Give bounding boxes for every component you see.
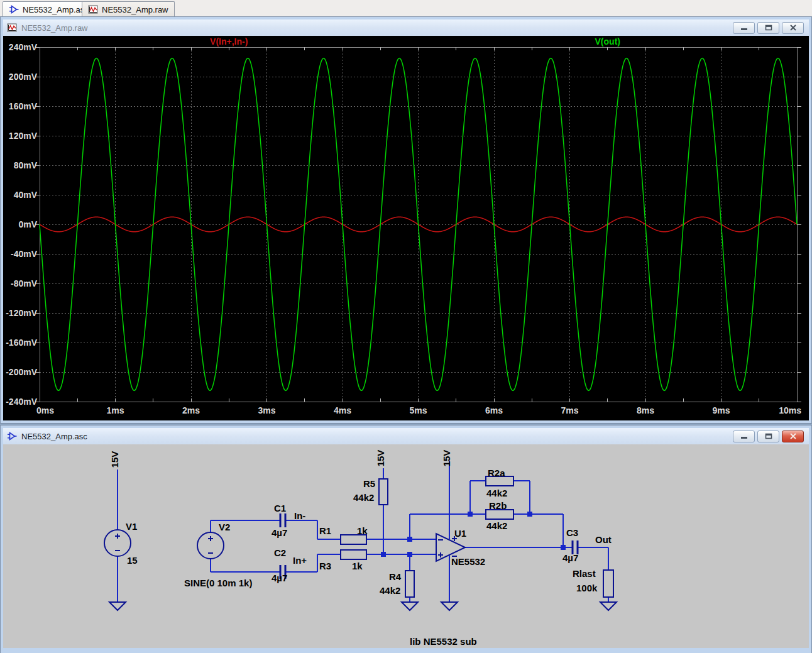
r4-resistor[interactable]	[405, 571, 414, 597]
restore-icon	[765, 25, 772, 31]
r5-resistor[interactable]	[379, 479, 388, 505]
r2a-resistor[interactable]	[486, 476, 513, 486]
schematic-canvas[interactable]	[3, 444, 809, 648]
c2-capacitor[interactable]	[280, 565, 285, 579]
tab-ne5532-amp-raw[interactable]: NE5532_Amp.raw	[82, 1, 175, 17]
waveform-viewer-window: NE5532_Amp.raw 240mV200mV160mV120mV80mV4…	[1, 17, 811, 423]
junction-dots	[381, 512, 566, 557]
schematic-editor-window: NE5532_Amp.asc	[1, 425, 811, 653]
waveform-plot[interactable]	[3, 36, 809, 420]
minimize-icon	[740, 25, 748, 31]
r3-resistor[interactable]	[341, 550, 366, 559]
close-icon	[789, 433, 797, 439]
minimize-button[interactable]	[733, 22, 755, 34]
waveform-window-titlebar[interactable]: NE5532_Amp.raw	[3, 19, 809, 36]
minimize-button[interactable]	[733, 431, 755, 442]
ground-symbols	[109, 602, 617, 610]
restore-icon	[765, 433, 772, 439]
schematic-window-titlebar[interactable]: NE5532_Amp.asc	[3, 428, 809, 444]
restore-button[interactable]	[757, 22, 779, 34]
c1-capacitor[interactable]	[280, 513, 285, 527]
u1-opamp[interactable]	[436, 534, 465, 561]
window-controls	[733, 22, 806, 34]
v2-voltage-source[interactable]	[197, 532, 224, 559]
c3-capacitor[interactable]	[573, 541, 578, 554]
close-button[interactable]	[782, 431, 804, 442]
window-controls	[733, 431, 806, 442]
window-title: NE5532_Amp.raw	[21, 23, 88, 33]
waveform-plot-area[interactable]: 240mV200mV160mV120mV80mV40mV0mV-40mV-80m…	[3, 36, 809, 420]
waveform-doc-icon	[6, 23, 18, 33]
close-icon	[789, 25, 797, 31]
minimize-icon	[740, 433, 748, 439]
waveform-doc-icon	[88, 4, 98, 14]
schematic-canvas-area[interactable]: 15V15V15VV115V2SINE(0 10m 1k)C14µ7In-C24…	[3, 444, 809, 648]
rlast-resistor[interactable]	[603, 570, 613, 597]
schematic-doc-icon	[9, 4, 19, 14]
close-button[interactable]	[782, 22, 804, 34]
schematic-doc-icon	[6, 431, 18, 441]
tab-label: NE5532_Amp.raw	[102, 5, 168, 14]
document-tab-bar: NE5532_Amp.asc NE5532_Amp.raw	[0, 0, 812, 17]
wires	[118, 461, 608, 602]
restore-button[interactable]	[757, 431, 779, 442]
r1-resistor[interactable]	[341, 535, 366, 544]
tab-label: NE5532_Amp.asc	[23, 5, 89, 14]
v1-voltage-source[interactable]	[104, 530, 131, 556]
r2b-resistor[interactable]	[486, 510, 513, 519]
window-title: NE5532_Amp.asc	[21, 432, 87, 441]
tab-ne5532-amp-asc[interactable]: NE5532_Amp.asc	[3, 1, 95, 17]
